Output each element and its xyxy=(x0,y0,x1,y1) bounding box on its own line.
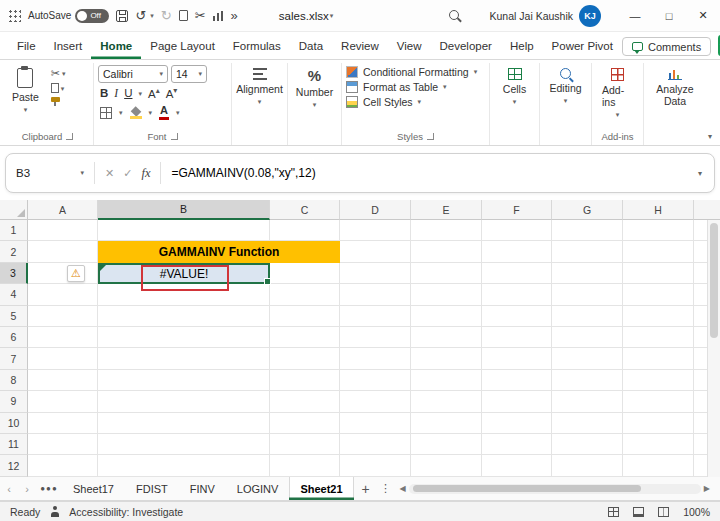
font-dialog-launcher-icon[interactable] xyxy=(171,133,178,140)
addins-button[interactable]: Add-ins ▾ xyxy=(596,65,639,119)
app-launcher-icon[interactable] xyxy=(8,9,21,22)
formula-input[interactable]: =GAMMAINV(0.08,"xy",12) xyxy=(161,166,315,180)
tab-developer[interactable]: Developer xyxy=(431,34,501,59)
cells-dropdown-icon[interactable]: ▾ xyxy=(513,98,517,106)
cell[interactable] xyxy=(411,263,482,284)
error-checking-button[interactable]: ⚠ xyxy=(67,265,85,282)
clipboard-dialog-launcher-icon[interactable] xyxy=(66,133,73,140)
qat-cut-icon[interactable]: ✂ xyxy=(195,9,206,22)
font-name-dropdown-icon[interactable]: ▾ xyxy=(159,70,163,78)
cell[interactable] xyxy=(270,263,340,284)
name-box[interactable]: B3 ▾ xyxy=(6,167,94,179)
cell[interactable] xyxy=(98,220,270,241)
cell[interactable] xyxy=(482,434,552,455)
sheet-list-dots-icon[interactable]: ●●● xyxy=(36,477,62,500)
cell[interactable] xyxy=(340,327,411,348)
cell[interactable] xyxy=(340,241,411,262)
row-header-8[interactable]: 8 xyxy=(0,370,28,391)
analyze-data-button[interactable]: Analyze Data xyxy=(648,65,702,107)
horizontal-scrollbar-thumb[interactable] xyxy=(413,485,641,492)
fill-color-icon[interactable] xyxy=(130,107,142,119)
font-color-dropdown-icon[interactable]: ▾ xyxy=(176,109,180,117)
column-header-B[interactable]: B xyxy=(98,200,270,220)
cell[interactable] xyxy=(98,348,270,369)
column-header-E[interactable]: E xyxy=(411,200,482,220)
cell[interactable] xyxy=(340,455,411,476)
paste-button[interactable]: Paste ▾ xyxy=(6,65,45,114)
cell[interactable] xyxy=(340,306,411,327)
cell[interactable] xyxy=(552,370,623,391)
account-button[interactable]: Kunal Jai Kaushik KJ xyxy=(490,5,601,27)
cell[interactable] xyxy=(623,348,694,369)
number-button[interactable]: % Number ▾ xyxy=(292,65,337,109)
cell[interactable] xyxy=(552,263,623,284)
cell[interactable] xyxy=(340,370,411,391)
page-layout-view-icon[interactable] xyxy=(633,507,644,517)
cell[interactable] xyxy=(482,413,552,434)
qat-document-icon[interactable] xyxy=(179,10,188,21)
sheet-tab-finv[interactable]: FINV xyxy=(179,477,226,500)
column-header-D[interactable]: D xyxy=(340,200,411,220)
column-header-F[interactable]: F xyxy=(482,200,552,220)
cancel-icon[interactable]: ✕ xyxy=(105,167,114,180)
comments-button[interactable]: Comments xyxy=(622,37,711,56)
format-painter-button[interactable] xyxy=(51,97,60,102)
document-title[interactable]: sales.xlsx ▾ xyxy=(279,10,333,22)
cell[interactable] xyxy=(482,263,552,284)
row-header-10[interactable]: 10 xyxy=(0,413,28,434)
cell[interactable] xyxy=(552,348,623,369)
accessibility-status[interactable]: Accessibility: Investigate xyxy=(69,506,183,518)
number-dropdown-icon[interactable]: ▾ xyxy=(313,101,317,109)
cell[interactable] xyxy=(270,284,340,305)
italic-button[interactable]: I xyxy=(114,88,118,100)
autosave-switch[interactable]: Off xyxy=(75,9,109,23)
cell[interactable] xyxy=(28,348,98,369)
cells-button[interactable]: Cells ▾ xyxy=(494,65,535,106)
cell[interactable] xyxy=(98,434,270,455)
addins-dropdown-icon[interactable]: ▾ xyxy=(616,111,620,119)
cell-styles-button[interactable]: Cell Styles ▾ xyxy=(346,96,485,108)
conditional-formatting-button[interactable]: Conditional Formatting ▾ xyxy=(346,66,485,78)
cell[interactable] xyxy=(28,284,98,305)
cell[interactable] xyxy=(411,241,482,262)
save-icon[interactable] xyxy=(116,10,128,22)
cell[interactable] xyxy=(482,284,552,305)
cell[interactable] xyxy=(623,434,694,455)
tab-view[interactable]: View xyxy=(388,34,431,59)
cell[interactable] xyxy=(552,306,623,327)
cell[interactable] xyxy=(623,263,694,284)
horizontal-scrollbar-track[interactable] xyxy=(409,484,701,494)
cell[interactable] xyxy=(482,455,552,476)
font-color-icon[interactable]: A xyxy=(159,105,169,120)
normal-view-icon[interactable] xyxy=(608,507,619,517)
grow-font-button[interactable]: A▴ xyxy=(148,87,160,100)
cell[interactable] xyxy=(411,284,482,305)
cell[interactable] xyxy=(270,306,340,327)
tab-power-pivot[interactable]: Power Pivot xyxy=(543,34,622,59)
cell[interactable] xyxy=(552,327,623,348)
row-header-6[interactable]: 6 xyxy=(0,327,28,348)
cell[interactable] xyxy=(98,413,270,434)
selected-cell-b3[interactable]: #VALUE! xyxy=(98,263,270,285)
tab-page-layout[interactable]: Page Layout xyxy=(141,34,224,59)
cell[interactable] xyxy=(28,241,98,262)
cell[interactable] xyxy=(411,434,482,455)
format-as-table-button[interactable]: Format as Table ▾ xyxy=(346,81,485,93)
row-header-7[interactable]: 7 xyxy=(0,348,28,369)
banner-cell-b2[interactable]: GAMMAINV Function xyxy=(98,241,340,263)
cell[interactable] xyxy=(28,391,98,412)
cell[interactable] xyxy=(482,306,552,327)
cell[interactable] xyxy=(482,327,552,348)
tab-home[interactable]: Home xyxy=(91,34,141,59)
cell[interactable] xyxy=(552,220,623,241)
cell[interactable] xyxy=(623,391,694,412)
cell[interactable] xyxy=(270,370,340,391)
cell[interactable] xyxy=(411,327,482,348)
sheet-tab-loginv[interactable]: LOGINV xyxy=(226,477,290,500)
cell[interactable] xyxy=(270,327,340,348)
cell[interactable] xyxy=(411,348,482,369)
cell[interactable] xyxy=(98,306,270,327)
cell[interactable] xyxy=(270,220,340,241)
cell[interactable] xyxy=(623,241,694,262)
cell[interactable] xyxy=(270,348,340,369)
